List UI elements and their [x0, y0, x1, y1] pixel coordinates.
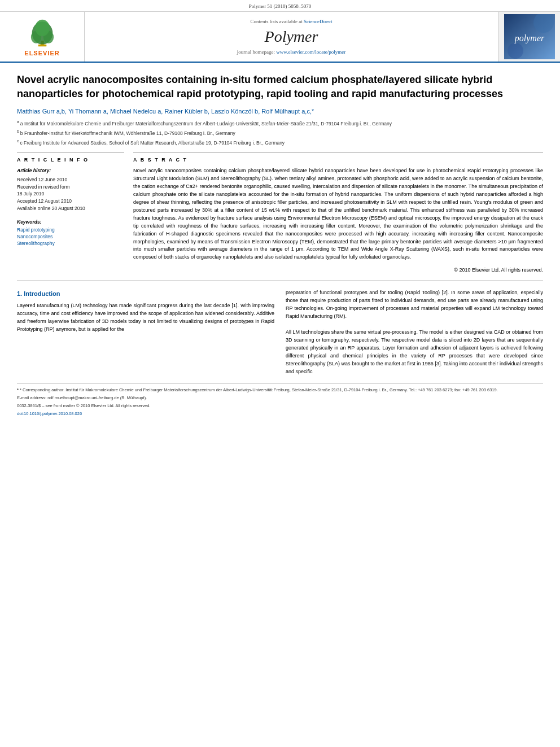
sciencedirect-text[interactable]: ScienceDirect — [304, 19, 332, 24]
affil-c-text: c Freiburg Institute for Advanced Studie… — [20, 139, 285, 145]
svg-text:polymer: polymer — [514, 33, 544, 43]
keyword-3: Stereolithography — [17, 241, 124, 246]
journal-issue-text: Polymer 51 (2010) 5058–5070 — [249, 3, 312, 9]
intro-section: 1. Introduction Layered Manufacturing (L… — [17, 289, 543, 375]
intro-left-col: 1. Introduction Layered Manufacturing (L… — [17, 289, 274, 375]
article-info-heading: A R T I C L E I N F O — [17, 157, 124, 163]
footnote-email-line: E-mail address: rolf.muelhoupt@makro.uni… — [17, 395, 543, 401]
received-revised-text: Received in revised form — [17, 184, 70, 190]
elsevier-tree-icon — [25, 18, 59, 49]
footnote-issn-text: 0032-3861/$ – see front matter © 2010 El… — [17, 403, 151, 408]
authors-line: Matthias Gurr a,b, Yi Thomann a, Michael… — [17, 108, 543, 115]
homepage-link[interactable]: www.elsevier.com/locate/polymer — [276, 49, 345, 55]
journal-homepage: journal homepage: www.elsevier.com/locat… — [237, 49, 345, 55]
affil-a-text: a Institut für Makromolekulare Chemie un… — [20, 121, 392, 126]
article-history-block: Article history: Received 12 June 2010 R… — [17, 167, 124, 212]
journal-header: ELSEVIER Contents lists available at Sci… — [0, 12, 560, 63]
keyword-1: Rapid prototyping — [17, 227, 124, 233]
intro-heading: 1. Introduction — [17, 289, 274, 299]
intro-right-col: preparation of functional prototypes and… — [286, 289, 543, 375]
intro-right-text: preparation of functional prototypes and… — [286, 289, 543, 375]
article-title: Novel acrylic nanocomposites containing … — [17, 73, 543, 101]
elsevier-brand-text: ELSEVIER — [24, 50, 59, 56]
journal-name: Polymer — [265, 28, 318, 46]
keyword-2: Nanocomposites — [17, 234, 124, 239]
revised-date-text: 18 July 2010 — [17, 191, 44, 196]
keywords-label: Keywords: — [17, 219, 124, 225]
sciencedirect-link: Contents lists available at ScienceDirec… — [251, 19, 333, 24]
contents-label: Contents lists available at — [251, 19, 303, 24]
journal-logo-right: polymer — [498, 12, 560, 62]
footnote-doi-text: doi:10.1016/j.polymer.2010.08.026 — [17, 411, 82, 416]
available-text: Available online 20 August 2010 — [17, 206, 85, 211]
article-content: Novel acrylic nanocomposites containing … — [0, 63, 560, 429]
authors-text: Matthias Gurr a,b, Yi Thomann a, Michael… — [17, 108, 314, 115]
svg-rect-5 — [38, 44, 46, 46]
keywords-block: Keywords: Rapid prototyping Nanocomposit… — [17, 219, 124, 246]
journal-logo-left: ELSEVIER — [0, 12, 85, 62]
homepage-label: journal homepage: — [237, 49, 276, 55]
footnote-star-line: * * Corresponding author. Institut für M… — [17, 387, 543, 393]
affil-line-a: a a Institut für Makromolekulare Chemie … — [17, 119, 543, 128]
abstract-col: A B S T R A C T Novel acrylic nanocompos… — [133, 152, 543, 273]
history-label: Article history: — [17, 167, 124, 174]
intro-left-text: Layered Manufacturing (LM) technology ha… — [17, 302, 274, 334]
elsevier-logo: ELSEVIER — [24, 18, 59, 56]
footnote-email-text: E-mail address: rolf.muelhoupt@makro.uni… — [17, 395, 147, 400]
footnotes-area: * * Corresponding author. Institut für M… — [17, 383, 543, 417]
footnote-issn-line: 0032-3861/$ – see front matter © 2010 El… — [17, 403, 543, 409]
journal-center: Contents lists available at ScienceDirec… — [85, 12, 498, 62]
affiliations: a a Institut für Makromolekulare Chemie … — [17, 119, 543, 146]
affil-line-c: c c Freiburg Institute for Advanced Stud… — [17, 138, 543, 147]
abstract-heading: A B S T R A C T — [133, 157, 543, 163]
polymer-badge: polymer — [504, 14, 555, 59]
abstract-text: Novel acrylic nanocomposites containing … — [133, 167, 543, 261]
copyright-line: © 2010 Elsevier Ltd. All rights reserved… — [133, 267, 543, 273]
svg-point-4 — [35, 19, 50, 36]
affil-line-b: b b Fraunhofer-Institut für Werkstoffmec… — [17, 129, 543, 137]
page-wrapper: Polymer 51 (2010) 5058–5070 ELSEVIER — [0, 0, 560, 429]
section-divider — [17, 281, 543, 281]
svg-point-8 — [508, 43, 523, 59]
footnote-star-text: * Corresponding author. Institut für Mak… — [20, 387, 498, 392]
polymer-badge-icon: polymer — [504, 14, 555, 59]
accepted-text: Accepted 12 August 2010 — [17, 198, 72, 204]
top-bar: Polymer 51 (2010) 5058–5070 — [0, 0, 560, 12]
article-info-col: A R T I C L E I N F O Article history: R… — [17, 152, 124, 273]
info-abstract-cols: A R T I C L E I N F O Article history: R… — [17, 152, 543, 273]
intro-number: 1. — [17, 290, 22, 297]
received-text: Received 12 June 2010 — [17, 177, 67, 182]
intro-title: Introduction — [24, 290, 60, 297]
footnote-doi-line: doi:10.1016/j.polymer.2010.08.026 — [17, 410, 543, 417]
affil-b-text: b Fraunhofer-Institut für Werkstoffmecha… — [20, 130, 235, 136]
